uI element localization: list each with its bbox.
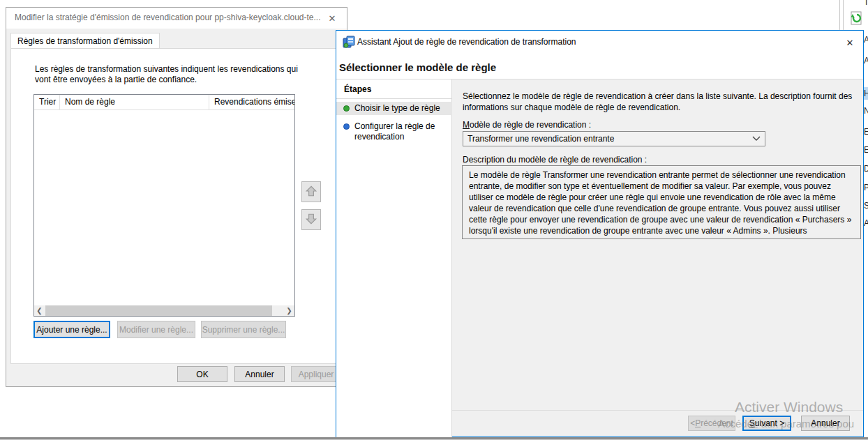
close-icon[interactable]: ✕	[323, 10, 341, 26]
label-text: uivant >	[755, 418, 784, 428]
chevron-down-icon	[752, 134, 761, 144]
rules-intro-text: Les règles de transformation suivantes i…	[35, 64, 314, 85]
column-header-name[interactable]: Nom de règle	[60, 95, 209, 110]
mnemonic: M	[463, 120, 470, 130]
rule-template-label: Modèle de règle de revendication :	[463, 120, 591, 130]
steps-title: Étapes	[344, 84, 371, 94]
horizontal-scrollbar[interactable]: ❮ ❯	[34, 305, 294, 316]
wizard-titlebar: Assistant Ajout de règle de revendicatio…	[336, 31, 863, 53]
background-pane-text-fragment: P	[864, 181, 868, 194]
mnemonic: S	[749, 418, 755, 428]
add-transform-claim-rule-wizard: Assistant Ajout de règle de revendicatio…	[336, 30, 864, 437]
ok-button[interactable]: OK	[177, 366, 227, 382]
background-pane-text-fragment: A	[864, 217, 868, 229]
mnemonic: P	[695, 418, 701, 428]
rules-list-header: Trier Nom de règle Revendications émises	[34, 95, 294, 110]
tab-label: Règles de transformation d'émission	[17, 36, 153, 46]
background-pane-text-fragment: S	[864, 199, 868, 212]
step-configure-claim-rule[interactable]: Configurer la règle de revendication	[336, 120, 452, 144]
divider	[452, 410, 863, 411]
add-rule-button[interactable]: Ajouter une règle...	[33, 321, 110, 338]
page-title: Sélectionner le modèle de règle	[339, 61, 496, 73]
wizard-intro-text: Sélectionnez le modèle de règle de reven…	[463, 91, 858, 113]
background-pane-text-fragment: T	[864, 0, 868, 8]
step-label: Choisir le type de règle	[354, 102, 443, 115]
rule-template-select[interactable]: Transformer une revendication entrante	[463, 131, 765, 146]
background-pane-text-fragment: N	[864, 105, 868, 117]
dialog-title: Modifier la stratégie d'émission de reve…	[15, 13, 321, 22]
label-text: odèle de règle de revendication :	[470, 120, 591, 130]
wizard-header: Sélectionner le modèle de règle	[336, 53, 863, 79]
rule-template-description: Le modèle de règle Transformer une reven…	[462, 165, 861, 239]
divider	[336, 98, 451, 99]
rule-template-description-label: Description du modèle de règle de revend…	[463, 155, 647, 165]
move-up-button[interactable]	[301, 181, 321, 202]
arrow-down-icon	[305, 213, 317, 227]
step-current-icon	[343, 105, 350, 112]
background-pane-text-fragment: A	[864, 33, 868, 46]
tab-issuance-transform-rules[interactable]: Règles de transformation d'émission	[10, 33, 160, 49]
move-down-button[interactable]	[301, 209, 321, 230]
arrow-up-icon	[305, 185, 317, 199]
scroll-left-icon[interactable]: ❮	[34, 305, 45, 316]
rules-list-body[interactable]	[34, 110, 294, 305]
wizard-cancel-button[interactable]: Annuler	[801, 416, 850, 431]
next-button[interactable]: Suivant >	[742, 416, 791, 431]
previous-button[interactable]: < Précédent	[688, 416, 735, 431]
edit-rule-button[interactable]: Modifier une règle...	[117, 321, 195, 338]
background-pane-text-fragment: E	[864, 126, 868, 138]
step-label: Configurer la règle de revendication	[354, 120, 452, 144]
desktop: T A A H N E E D P S A Modifier la straté…	[0, 0, 868, 440]
tab-page: Les règles de transformation suivantes i…	[10, 48, 344, 364]
dialog-titlebar: Modifier la stratégie d'émission de reve…	[6, 8, 347, 29]
background-pane-text-fragment: E	[864, 144, 868, 156]
wizard-content: Sélectionnez le modèle de règle de reven…	[452, 79, 863, 437]
column-header-order[interactable]: Trier	[34, 95, 60, 110]
wizard-title: Assistant Ajout de règle de revendicatio…	[357, 37, 576, 47]
scroll-right-icon[interactable]: ❯	[284, 305, 294, 316]
close-icon[interactable]: ✕	[841, 35, 859, 50]
column-header-issued[interactable]: Revendications émises	[209, 95, 294, 110]
background-pane-text-fragment: D	[864, 162, 868, 175]
claim-issuance-policy-dialog: Modifier la stratégie d'émission de reve…	[6, 7, 347, 387]
background-window-edge	[0, 437, 868, 440]
apply-button[interactable]: Appliquer	[291, 366, 341, 382]
selected-rule-template: Transformer une revendication entrante	[467, 134, 752, 144]
steps-sidebar: Étapes Choisir le type de règle Configur…	[336, 79, 452, 437]
wizard-icon	[343, 36, 355, 50]
scrollbar-thumb[interactable]	[45, 305, 272, 316]
step-upcoming-icon	[343, 123, 350, 130]
remove-rule-button[interactable]: Supprimer une règle...	[201, 321, 286, 338]
label-text: récédent	[701, 418, 733, 428]
label-text: <	[690, 418, 695, 428]
rules-list[interactable]: Trier Nom de règle Revendications émises…	[33, 94, 295, 317]
background-pane-text-fragment: A	[864, 54, 868, 67]
refresh-icon[interactable]	[850, 11, 864, 26]
cancel-button[interactable]: Annuler	[234, 366, 285, 382]
step-choose-rule-type[interactable]: Choisir le type de règle	[336, 102, 452, 115]
